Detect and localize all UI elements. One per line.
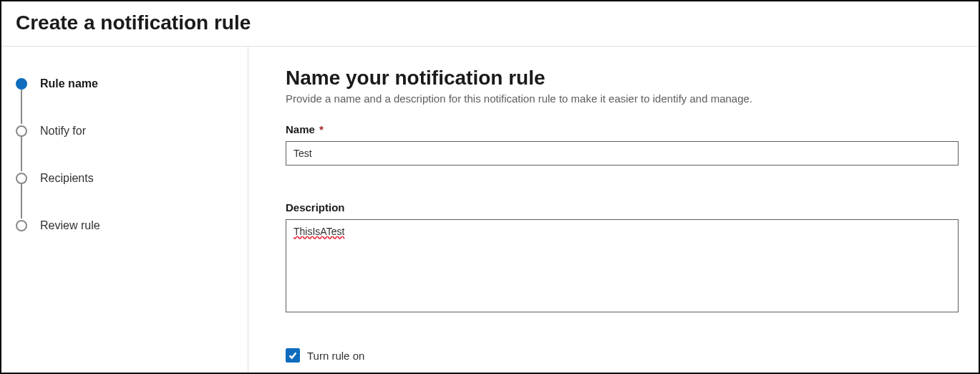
turn-rule-on-label: Turn rule on: [307, 350, 364, 362]
page-title: Name your notification rule: [286, 67, 959, 90]
step-marker-icon: [16, 125, 27, 137]
step-notify-for[interactable]: Notify for: [16, 123, 233, 140]
wizard-body: Rule name Notify for Recipients Review r…: [1, 47, 979, 373]
description-label: Description: [286, 201, 959, 214]
name-label-text: Name: [286, 123, 315, 135]
step-recipients[interactable]: Recipients: [16, 170, 233, 187]
checkbox-checked-icon: [286, 348, 300, 363]
step-marker-icon: [16, 220, 27, 231]
wizard-title: Create a notification rule: [16, 11, 964, 34]
wizard-container: Create a notification rule Rule name Not…: [0, 0, 980, 374]
step-label: Recipients: [40, 172, 94, 185]
step-label: Rule name: [40, 77, 98, 90]
step-list: Rule name Notify for Recipients Review r…: [16, 75, 233, 234]
step-label: Review rule: [40, 219, 100, 232]
required-marker: *: [319, 123, 324, 135]
name-label: Name *: [286, 123, 959, 135]
step-connector: [21, 135, 22, 171]
description-input[interactable]: ThisIsATest: [286, 219, 959, 312]
step-marker-icon: [16, 173, 27, 184]
step-marker-icon: [16, 78, 27, 90]
step-review-rule[interactable]: Review rule: [16, 217, 233, 234]
page-subtitle: Provide a name and a description for thi…: [286, 92, 959, 105]
description-value-text: ThisIsATest: [293, 226, 344, 237]
name-field-block: Name *: [286, 123, 959, 166]
step-rule-name[interactable]: Rule name: [16, 75, 233, 92]
wizard-sidebar: Rule name Notify for Recipients Review r…: [1, 47, 248, 373]
step-connector: [21, 88, 22, 124]
name-input[interactable]: [286, 141, 959, 166]
step-label: Notify for: [40, 125, 86, 138]
wizard-main: Name your notification rule Provide a na…: [248, 47, 979, 373]
description-field-block: Description ThisIsATest: [286, 201, 959, 312]
wizard-header: Create a notification rule: [1, 1, 979, 47]
turn-rule-on-checkbox[interactable]: Turn rule on: [286, 348, 959, 363]
step-connector: [21, 183, 22, 219]
